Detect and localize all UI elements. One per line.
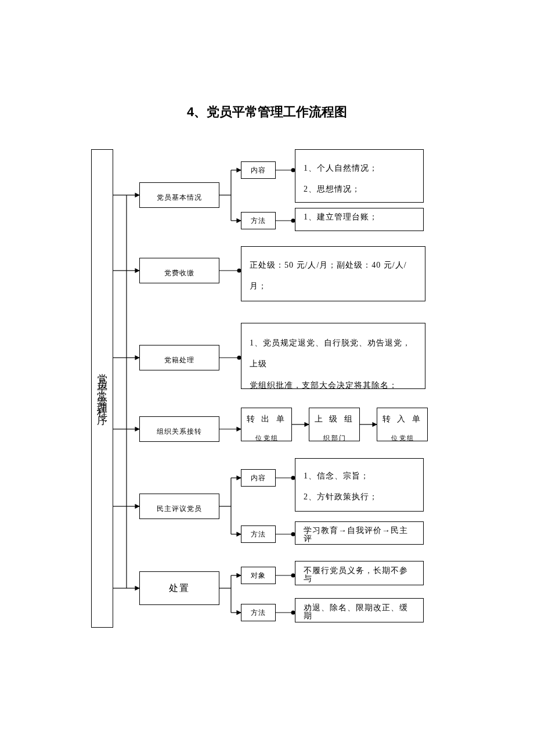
- detail-review-method: 学习教育→自我评价→民主评: [295, 521, 424, 545]
- detail-membership-line1: 1、党员规定退党、自行脱党、劝告退党，上级: [250, 333, 417, 375]
- branch-basic-info-label: 党员基本情况: [140, 183, 219, 207]
- branch-transfer-label: 组织关系接转: [140, 417, 219, 441]
- sub-b6-target: 对象: [241, 567, 276, 584]
- transfer-in-line1: 转 入 单: [377, 414, 427, 424]
- sub-b6-method-label: 方法: [241, 604, 275, 621]
- branch-basic-info: 党员基本情况: [139, 182, 219, 208]
- detail-b1-line1: 1、个人自然情况；: [304, 158, 415, 179]
- detail-b1-method-line: 1、建立管理台账；: [304, 213, 415, 221]
- branch-transfer: 组织关系接转: [139, 416, 219, 442]
- detail-membership: 1、党员规定退党、自行脱党、劝告退党，上级 党组织批准，支部大会决定将其除名；: [241, 323, 425, 389]
- detail-dues: 正处级：50 元/人/月；副处级：40 元/人/月； 助理级：30 元/人/月；…: [241, 246, 425, 301]
- detail-dispose-method-line: 劝退、除名、限期改正、缓期: [304, 604, 415, 620]
- branch-dues: 党费收缴: [139, 258, 219, 283]
- detail-review-line1: 1、信念、宗旨；: [304, 466, 415, 487]
- sub-b5-content: 内容: [241, 469, 276, 487]
- branch-membership: 党籍处理: [139, 345, 219, 370]
- transfer-up: 上 级 组 织 部 门: [309, 408, 360, 441]
- sub-b6-target-label: 对象: [241, 567, 275, 584]
- sub-b5-method-label: 方法: [241, 526, 275, 542]
- root-connector-group: [113, 195, 139, 588]
- root-box: 党员平常管理程序: [91, 149, 113, 628]
- detail-review-method-line: 学习教育→自我评价→民主评: [304, 527, 415, 543]
- sub-b5-content-label: 内容: [241, 470, 275, 486]
- transfer-in: 转 入 单 位 党 组: [377, 408, 428, 441]
- diagram-page: 4、党员平常管理工作流程图 党员平常管理程序 党员基本情况 内容 方法 1、个人…: [0, 0, 534, 756]
- detail-review-content: 1、信念、宗旨； 2、方针政策执行；: [295, 458, 424, 512]
- page-title: 4、党员平常管理工作流程图: [0, 103, 534, 121]
- b3-conn: [219, 356, 241, 360]
- transfer-out-line2: 位 党 组: [241, 434, 291, 441]
- detail-b1-content: 1、个人自然情况； 2、思想情况；: [295, 149, 424, 203]
- transfer-out-line1: 转 出 单: [241, 414, 291, 424]
- branch-review-label: 民主评议党员: [140, 494, 219, 519]
- sub-b6-method: 方法: [241, 604, 276, 621]
- detail-dispose-method: 劝退、除名、限期改正、缓期: [295, 598, 424, 622]
- branch-membership-label: 党籍处理: [140, 345, 219, 370]
- transfer-up-line1: 上 级 组: [309, 414, 359, 424]
- root-label: 党员平常管理程序: [92, 150, 113, 627]
- detail-dispose-target-line: 不履行党员义务，长期不参与: [304, 567, 415, 583]
- b2-conn: [219, 269, 241, 273]
- detail-dispose-target: 不履行党员义务，长期不参与: [295, 561, 424, 585]
- branch-review: 民主评议党员: [139, 494, 219, 519]
- detail-dues-line1: 正处级：50 元/人/月；副处级：40 元/人/月；: [250, 255, 417, 297]
- detail-membership-line2: 党组织批准，支部大会决定将其除名；: [250, 375, 417, 389]
- sub-b1-content-label: 内容: [241, 162, 275, 178]
- detail-b1-method: 1、建立管理台账；: [295, 208, 424, 231]
- detail-b1-line2: 2、思想情况；: [304, 179, 415, 200]
- detail-dues-line2: 助理级：30 元/人/月；正科级：25 元/人/月；: [250, 297, 417, 301]
- branch-dispose: 处置: [139, 571, 219, 605]
- sub-b1-method: 方法: [241, 212, 276, 229]
- transfer-in-line2: 位 党 组: [377, 434, 427, 441]
- detail-review-line2: 2、方针政策执行；: [304, 487, 415, 507]
- sub-b1-content: 内容: [241, 161, 276, 179]
- transfer-up-line2: 织 部 门: [309, 434, 359, 441]
- branch-dues-label: 党费收缴: [140, 258, 219, 283]
- sub-b5-method: 方法: [241, 525, 276, 543]
- transfer-out: 转 出 单 位 党 组: [241, 408, 292, 441]
- sub-b1-method-label: 方法: [241, 213, 275, 229]
- branch-dispose-label: 处置: [140, 572, 219, 604]
